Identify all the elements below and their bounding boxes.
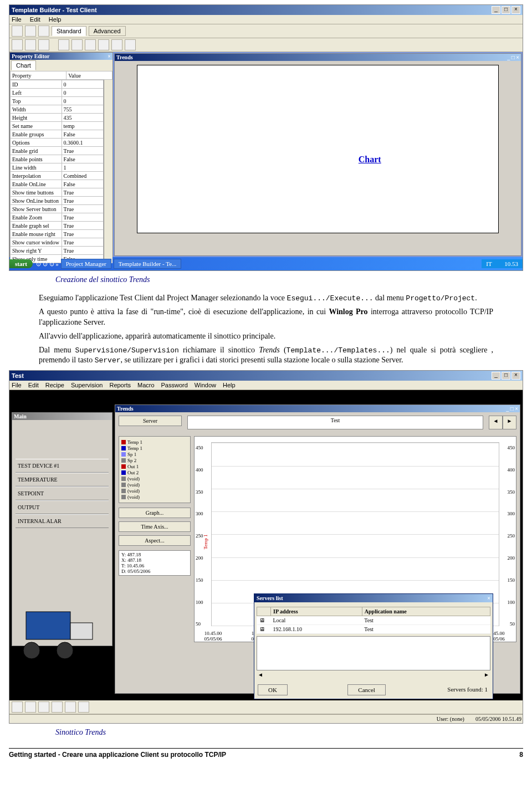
prop-value[interactable]: True [62, 230, 104, 238]
scroll-right-button[interactable]: ► [503, 416, 516, 429]
open-icon[interactable] [25, 25, 36, 37]
y-tick-right: 400 [508, 467, 515, 473]
menu-item[interactable]: Reports [109, 382, 131, 388]
y-tick: 150 [196, 577, 203, 583]
close-icon[interactable]: _ □ × [507, 54, 519, 60]
prop-value[interactable]: temp [62, 122, 104, 130]
prop-value[interactable]: True [62, 222, 104, 230]
prop-value[interactable]: False [62, 180, 104, 188]
window-controls[interactable]: _ □ × [506, 406, 518, 412]
run-icon[interactable] [125, 39, 136, 50]
menu-item[interactable]: Macro [137, 382, 155, 388]
start-button[interactable]: start [9, 259, 33, 268]
tool-icon[interactable] [78, 701, 89, 713]
new-icon[interactable] [12, 25, 23, 37]
menu-file[interactable]: File [12, 16, 22, 23]
prop-key: Set name [11, 122, 62, 130]
ok-button[interactable]: OK [258, 684, 288, 695]
prop-value[interactable]: True [62, 238, 104, 247]
minimize-button[interactable]: _ [492, 372, 500, 380]
chart-tab[interactable]: Chart [11, 60, 36, 70]
prop-value[interactable]: 755 [62, 105, 104, 114]
taskbar-item[interactable]: Project Manager [61, 259, 111, 269]
prop-value[interactable]: 1 [62, 163, 104, 172]
grid-icon[interactable] [71, 39, 83, 50]
menu-item[interactable]: Recipe [45, 382, 64, 388]
cursor-tooltip: Y: 487.18X: 487.18T: 10.45.06D: 05/05/20… [119, 550, 191, 576]
menu-item[interactable]: Window [195, 382, 216, 388]
server-button[interactable]: Server [119, 416, 182, 426]
prop-value[interactable]: 0 [62, 80, 104, 89]
tab-standard[interactable]: Standard [52, 26, 86, 36]
layer-icon[interactable] [98, 39, 109, 50]
prop-value[interactable]: 435 [62, 114, 104, 122]
menu-item[interactable]: File [12, 382, 22, 388]
system-tray: IT 10.53 [482, 259, 523, 268]
prop-value[interactable]: True [62, 197, 104, 205]
prop-value[interactable]: True [62, 247, 104, 255]
window-title: Template Builder - Test Client [12, 7, 97, 13]
paragraph-2: A questo punto è attiva la fase di "run-… [39, 307, 493, 328]
prop-key: Enable groups [11, 130, 62, 139]
prop-value[interactable]: True [62, 213, 104, 222]
menu-item[interactable]: Edit [28, 382, 39, 388]
prop-value[interactable]: True [62, 188, 104, 197]
paste-icon[interactable] [38, 39, 49, 50]
save-icon[interactable] [38, 25, 49, 37]
tooltip-line: X: 487.18 [121, 557, 188, 563]
prop-value[interactable]: False [62, 155, 104, 163]
menu-item[interactable]: Password [161, 382, 188, 388]
aspect-button[interactable]: Aspect... [119, 535, 191, 546]
prop-key: Enable mouse right [11, 230, 62, 238]
prop-key: Show right Y [11, 247, 62, 255]
menu-help[interactable]: Help [49, 16, 62, 23]
prop-value[interactable]: 0 [62, 89, 104, 97]
tool-icon[interactable] [25, 701, 36, 713]
time-axis-button[interactable]: Time Axis... [119, 521, 191, 532]
tool-icon[interactable] [12, 701, 23, 713]
scroll-left-button[interactable]: ◄ [489, 416, 503, 429]
menu-item[interactable]: Supervision [71, 382, 103, 388]
align-icon[interactable] [85, 39, 96, 50]
maximize-button[interactable]: □ [502, 372, 510, 380]
prop-value[interactable]: True [62, 205, 104, 213]
y-tick: 50 [196, 621, 201, 627]
close-button[interactable]: × [511, 6, 520, 14]
scroll-left-icon[interactable]: ◄ [258, 672, 263, 678]
copy-icon[interactable] [25, 39, 36, 50]
server-row[interactable]: 🖥192.168.1.10Test [257, 625, 490, 634]
close-icon[interactable]: × [487, 595, 490, 601]
prop-value[interactable]: Combined [62, 172, 104, 180]
toolbar-2 [9, 38, 523, 52]
window-titlebar: Test _ □ × [9, 371, 523, 381]
prop-value[interactable]: 0 [62, 97, 104, 105]
prop-value[interactable]: 0.3600.1 [62, 139, 104, 147]
tool-icon[interactable] [38, 701, 49, 713]
tool-icon[interactable] [52, 701, 63, 713]
cancel-button[interactable]: Cancel [347, 684, 386, 695]
prop-key: Height [11, 114, 62, 122]
main-item: INTERNAL ALAR [16, 514, 109, 528]
y-tick-right: 250 [508, 533, 515, 539]
graph-button[interactable]: Graph... [119, 508, 191, 518]
server-row[interactable]: 🖥LocalTest [257, 616, 490, 625]
minimize-button[interactable]: _ [492, 6, 500, 14]
prop-value[interactable]: True [62, 147, 104, 155]
scroll-right-icon[interactable]: ► [484, 672, 489, 678]
taskbar-item[interactable]: Template Builder - Te... [114, 259, 182, 269]
maximize-button[interactable]: □ [502, 6, 510, 14]
menu-item[interactable]: Help [223, 382, 236, 388]
snap-icon[interactable] [111, 39, 122, 50]
close-button[interactable]: × [511, 372, 520, 380]
scrollbar[interactable] [104, 80, 112, 263]
select-icon[interactable] [58, 39, 69, 50]
caption-1: Creazione del sinottico Trends [55, 275, 532, 284]
cut-icon[interactable] [12, 39, 23, 50]
tool-icon[interactable] [65, 701, 76, 713]
prop-value[interactable]: False [62, 130, 104, 139]
window-titlebar: Template Builder - Test Client _ □ × [9, 5, 523, 15]
tab-advanced[interactable]: Advanced [89, 26, 126, 36]
menu-edit[interactable]: Edit [30, 16, 40, 23]
close-icon[interactable]: × [108, 53, 111, 59]
y-axis-label: Temp 1 [203, 535, 208, 550]
